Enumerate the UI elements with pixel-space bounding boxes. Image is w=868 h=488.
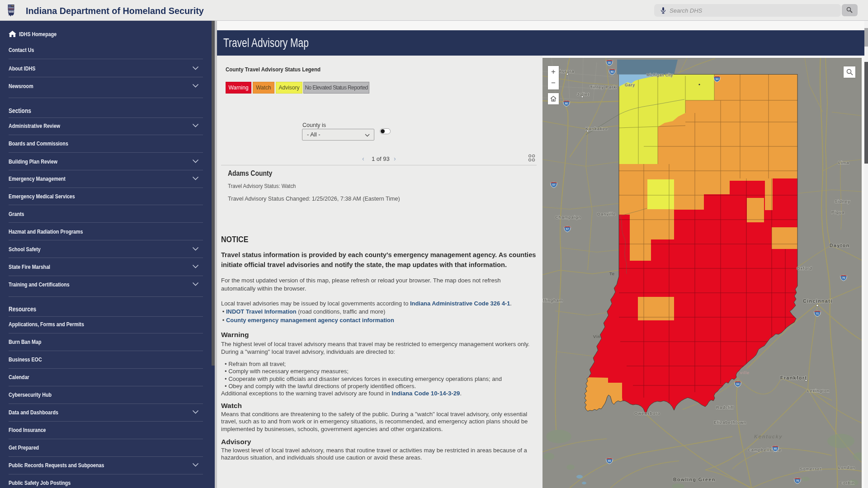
- svg-text:71: 71: [816, 312, 819, 315]
- svg-text:London: London: [838, 465, 855, 470]
- svg-text:57: 57: [552, 183, 556, 186]
- svg-text:Bowling Green: Bowling Green: [673, 477, 716, 482]
- svg-text:Oxford: Oxford: [797, 266, 812, 271]
- svg-text:64: 64: [736, 383, 740, 385]
- svg-text:Michigan City: Michigan City: [646, 73, 673, 77]
- svg-text:Frankfort: Frankfort: [780, 375, 807, 380]
- svg-text:Aurora: Aurora: [559, 69, 575, 74]
- svg-text:Lima: Lima: [838, 160, 849, 165]
- svg-text:Sidney: Sidney: [835, 199, 850, 204]
- svg-text:Dayton: Dayton: [830, 243, 850, 248]
- svg-text:90: 90: [608, 61, 611, 64]
- svg-text:80: 80: [611, 70, 614, 73]
- svg-text:ville: ville: [740, 370, 750, 375]
- svg-text:Lexington: Lexington: [807, 388, 830, 393]
- svg-text:75: 75: [842, 277, 845, 279]
- svg-text:Kentucky: Kentucky: [754, 434, 783, 439]
- svg-text:57: 57: [566, 228, 569, 230]
- svg-text:65: 65: [774, 447, 777, 450]
- svg-text:Radcliff: Radcliff: [716, 405, 734, 410]
- svg-text:Tinley Park: Tinley Park: [590, 84, 616, 89]
- svg-text:Elizabethtown: Elizabethtown: [714, 420, 746, 425]
- svg-text:Piqua: Piqua: [831, 210, 844, 215]
- svg-text:Danville: Danville: [597, 211, 616, 216]
- svg-text:Te: Te: [609, 271, 615, 276]
- svg-text:Cincinnati: Cincinnati: [803, 298, 833, 304]
- svg-text:69: 69: [608, 460, 611, 462]
- svg-text:Kankakee: Kankakee: [585, 126, 608, 131]
- svg-text:94: 94: [716, 78, 719, 80]
- svg-text:Somerset: Somerset: [800, 466, 822, 471]
- svg-text:Corbin: Corbin: [840, 480, 855, 485]
- svg-text:Champaign: Champaign: [555, 215, 581, 220]
- svg-text:75: 75: [796, 479, 799, 482]
- svg-text:80: 80: [565, 102, 568, 105]
- svg-text:Owensboro: Owensboro: [634, 411, 660, 416]
- svg-text:Effingham: Effingham: [542, 298, 563, 303]
- svg-text:Gary: Gary: [625, 83, 635, 87]
